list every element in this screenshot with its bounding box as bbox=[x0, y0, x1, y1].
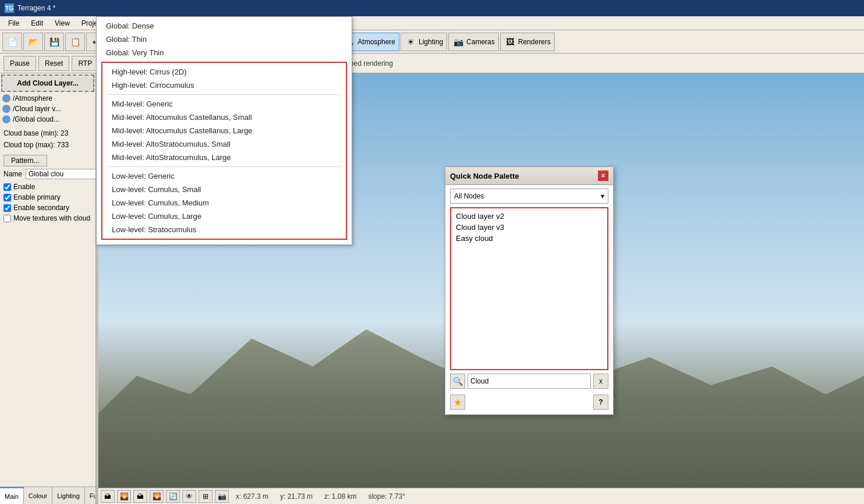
dropdown-item-low-cu-small[interactable]: Low-level: Cumulus, Small bbox=[102, 183, 346, 196]
saveas-button[interactable]: 📋 bbox=[65, 33, 85, 51]
dropdown-item-low-cu-medium[interactable]: Low-level: Cumulus, Medium bbox=[102, 196, 346, 210]
open-icon: 📂 bbox=[27, 36, 39, 48]
tree-item-atmosphere[interactable]: /Atmosphere bbox=[0, 93, 95, 104]
status-camera3-btn[interactable]: 📷 bbox=[215, 490, 229, 503]
qnp-item-easy-cloud[interactable]: Easy cloud bbox=[454, 233, 605, 244]
dropdown-item-global-dense[interactable]: Global: Dense bbox=[97, 19, 352, 33]
tab-lighting[interactable]: Lighting bbox=[52, 487, 85, 504]
dropdown-item-cirrocumulus[interactable]: High-level: Cirrocumulus bbox=[102, 79, 346, 92]
slope-value: slope: 7.73° bbox=[363, 492, 410, 501]
enable-secondary-row: Enable secondary bbox=[3, 204, 92, 212]
menu-edit[interactable]: Edit bbox=[25, 18, 49, 29]
cameras-label: Cameras bbox=[466, 38, 495, 46]
qnp-header: Quick Node Palette × bbox=[445, 167, 613, 185]
dropdown-item-mid-as-small[interactable]: Mid-level: AltoStratocumulus, Small bbox=[102, 137, 346, 151]
qnp-bottom-bar: ★ ? bbox=[445, 392, 613, 412]
dropdown-item-low-cu-large[interactable]: Low-level: Cumulus, Large bbox=[102, 210, 346, 223]
cameras-icon: 📷 bbox=[452, 36, 464, 48]
global-cloud-tree-icon bbox=[2, 115, 10, 123]
new-icon: 📄 bbox=[6, 36, 18, 48]
move-textures-label: Move textures with cloud bbox=[13, 214, 90, 222]
name-input[interactable] bbox=[26, 169, 96, 179]
cloud-top-row: Cloud top (max): 733 bbox=[3, 141, 92, 149]
lighting-label: Lighting bbox=[419, 38, 443, 46]
app-icon: TG bbox=[5, 3, 14, 13]
dropdown-item-cirrus[interactable]: High-level: Cirrus (2D) bbox=[102, 65, 346, 79]
dropdown-item-low-sc[interactable]: Low-level: Stratocumulus bbox=[102, 223, 346, 236]
enable-secondary-checkbox[interactable] bbox=[3, 204, 11, 212]
status-landscape2-btn[interactable]: 🌄 bbox=[150, 490, 164, 503]
status-terrain-btn[interactable]: 🏔 bbox=[101, 490, 115, 503]
enable-row: Enable bbox=[3, 183, 92, 191]
qnp-item-cloud-v2[interactable]: Cloud layer v2 bbox=[454, 211, 605, 222]
lighting-icon: ☀ bbox=[405, 36, 416, 48]
qnp-title: Quick Node Palette bbox=[450, 172, 519, 180]
tab-functions[interactable]: Functions bbox=[85, 487, 95, 504]
enable-primary-checkbox[interactable] bbox=[3, 194, 11, 201]
lighting-button[interactable]: ☀ Lighting bbox=[401, 33, 447, 51]
quick-node-palette: Quick Node Palette × All Nodes ▾ Cloud l… bbox=[445, 166, 614, 415]
rtp-button[interactable]: RTP bbox=[72, 56, 98, 71]
qnp-search-icon[interactable]: 🔍 bbox=[450, 374, 465, 389]
left-panel: Add Cloud Layer... /Atmosphere /Cloud la… bbox=[0, 73, 96, 504]
new-button[interactable]: 📄 bbox=[2, 33, 22, 51]
cloud-top-label: Cloud top (max): 733 bbox=[3, 141, 69, 149]
status-terrain2-btn[interactable]: 🏔 bbox=[133, 490, 147, 503]
cloud-layer-tree-icon bbox=[2, 105, 10, 113]
qnp-item-cloud-v3[interactable]: Cloud layer v3 bbox=[454, 222, 605, 233]
menu-file[interactable]: File bbox=[2, 18, 25, 29]
tree-item-atmosphere-label: /Atmosphere bbox=[13, 94, 52, 102]
app-title: Terragen 4 * bbox=[17, 4, 55, 12]
dropdown-item-mid-as-large[interactable]: Mid-level: AltoStratocumulus, Large bbox=[102, 151, 346, 164]
qnp-dropdown-label: All Nodes bbox=[454, 192, 484, 200]
menu-view[interactable]: View bbox=[49, 18, 76, 29]
qnp-favorites-button[interactable]: ★ bbox=[450, 395, 465, 410]
dropdown-item-mid-generic[interactable]: Mid-level: Generic bbox=[102, 97, 346, 111]
status-landscape-btn[interactable]: 🌄 bbox=[117, 490, 131, 503]
saveas-icon: 📋 bbox=[69, 36, 81, 48]
save-button[interactable]: 💾 bbox=[44, 33, 64, 51]
dropdown-item-global-verythin[interactable]: Global: Very Thin bbox=[97, 46, 352, 59]
enable-primary-label: Enable primary bbox=[13, 193, 61, 201]
add-cloud-label: Add Cloud Layer... bbox=[17, 79, 78, 87]
qnp-close-button[interactable]: × bbox=[598, 171, 608, 181]
reset-button[interactable]: Reset bbox=[38, 56, 69, 71]
status-refresh-btn[interactable]: 🔄 bbox=[166, 490, 180, 503]
add-cloud-button[interactable]: Add Cloud Layer... bbox=[1, 74, 94, 92]
enable-label: Enable bbox=[13, 183, 35, 191]
cloud-base-row: Cloud base (min): 23 bbox=[3, 129, 92, 137]
pattern-button[interactable]: Pattern... bbox=[3, 155, 47, 166]
dropdown-item-mid-ac-small[interactable]: Mid-level: Altocumulus Castellanus, Smal… bbox=[102, 111, 346, 124]
tree-item-cloud-layer[interactable]: /Cloud layer v... bbox=[0, 104, 95, 114]
dropdown-item-low-generic[interactable]: Low-level: Generic bbox=[102, 169, 346, 183]
qnp-clear-button[interactable]: x bbox=[593, 374, 608, 389]
dropdown-item-global-thin[interactable]: Global: Thin bbox=[97, 33, 352, 46]
cloud-properties: Cloud base (min): 23 Cloud top (max): 73… bbox=[0, 125, 95, 487]
status-eye-btn[interactable]: 👁 bbox=[182, 490, 196, 503]
cameras-button[interactable]: 📷 Cameras bbox=[448, 33, 499, 51]
tree-item-global-cloud[interactable]: /Global cloud... bbox=[0, 114, 95, 125]
renderers-icon: 🖼 bbox=[504, 36, 516, 48]
z-coordinate: z: 1.08 km bbox=[320, 492, 361, 501]
atmosphere-tree-icon bbox=[2, 94, 10, 102]
qnp-help-button[interactable]: ? bbox=[593, 395, 608, 410]
renderers-button[interactable]: 🖼 Renderers bbox=[500, 33, 555, 51]
enable-secondary-label: Enable secondary bbox=[13, 204, 69, 212]
pause-button[interactable]: Pause bbox=[3, 56, 36, 71]
qnp-search-input[interactable] bbox=[468, 374, 591, 389]
cloud-layer-dropdown: Global: Dense Global: Thin Global: Very … bbox=[96, 16, 352, 245]
name-field-label: Name bbox=[3, 170, 22, 178]
qnp-node-list: Cloud layer v2 Cloud layer v3 Easy cloud bbox=[450, 207, 608, 370]
status-frame-btn[interactable]: ⊞ bbox=[199, 490, 213, 503]
name-row: Name bbox=[3, 169, 92, 179]
enable-checkbox[interactable] bbox=[3, 183, 11, 191]
dropdown-item-mid-ac-large[interactable]: Mid-level: Altocumulus Castellanus, Larg… bbox=[102, 124, 346, 137]
qnp-category-dropdown[interactable]: All Nodes ▾ bbox=[450, 189, 608, 204]
save-icon: 💾 bbox=[48, 36, 60, 48]
tab-colour[interactable]: Colour bbox=[24, 487, 52, 504]
tab-main[interactable]: Main bbox=[0, 487, 24, 504]
move-textures-checkbox[interactable] bbox=[3, 215, 11, 222]
chevron-down-icon: ▾ bbox=[601, 192, 604, 200]
enable-primary-row: Enable primary bbox=[3, 193, 92, 201]
open-button[interactable]: 📂 bbox=[23, 33, 43, 51]
